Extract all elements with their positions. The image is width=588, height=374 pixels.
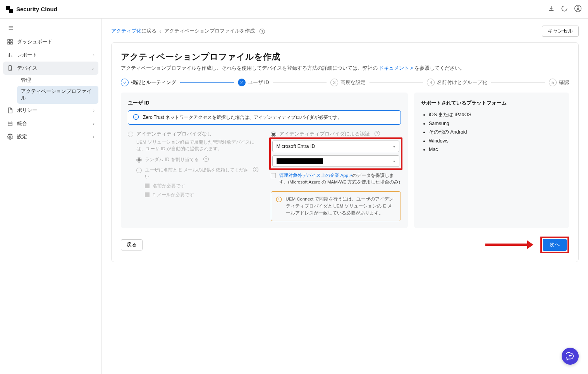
help-icon[interactable]: ? xyxy=(260,29,265,34)
app-header: Security Cloud xyxy=(0,0,588,19)
svg-rect-6 xyxy=(10,42,12,44)
radio-idp-auth: アイデンティティプロバイダによる認証? Microsoft Entra ID ▾… xyxy=(271,131,401,221)
svg-rect-4 xyxy=(10,39,12,41)
radio-no-idp: アイデンティティプロバイダなし UEM ソリューション経由で展開した管理対象デバ… xyxy=(128,131,258,221)
idp-select[interactable]: Microsoft Entra ID ▾ xyxy=(272,141,400,152)
back-button[interactable]: 戻る xyxy=(121,239,143,250)
sidebar-item-dashboard[interactable]: ダッシュボード xyxy=(3,35,98,48)
sidebar-item-integration[interactable]: 統合 › xyxy=(3,117,98,130)
highlight-idp-selects: Microsoft Entra ID ▾ ▾ xyxy=(269,137,403,170)
sidebar-item-report[interactable]: レポート › xyxy=(3,48,98,62)
breadcrumb-current: アクティベーションプロファイルを作成 xyxy=(164,28,255,34)
platforms-panel: サポートされているプラットフォーム iOS または iPadOS Samsung… xyxy=(414,93,569,228)
sidebar-label: アクティベーションプロファイル xyxy=(21,88,95,101)
checkbox-icon xyxy=(145,192,150,197)
help-icon: ? xyxy=(203,156,209,162)
stepper: 機能とルーティング 2ユーザ ID 3高度な設定 4名前付けとグループ化 5確認 xyxy=(121,79,569,86)
warning-icon xyxy=(276,196,282,217)
mamwe-link[interactable]: 管理対象外デバイス上の企業 App↗ xyxy=(279,173,352,178)
sidebar-label: 設定 xyxy=(17,133,27,140)
redacted-value xyxy=(277,158,323,164)
svg-rect-5 xyxy=(8,42,10,44)
app-title: Security Cloud xyxy=(16,6,57,12)
sidebar-label: ポリシー xyxy=(17,107,37,114)
svg-rect-3 xyxy=(8,39,10,41)
app-logo xyxy=(6,6,13,13)
chevron-down-icon: ▾ xyxy=(393,144,395,149)
header-actions xyxy=(548,5,582,14)
breadcrumb-back-suffix: に戻る xyxy=(141,28,156,34)
help-icon: ? xyxy=(253,167,258,172)
cancel-button[interactable]: キャンセル xyxy=(542,26,579,37)
subtitle-pre: アクティベーションプロファイルを作成し、それらを使用してデバイスを登録する方法の… xyxy=(121,65,378,71)
sidebar-label: 管理 xyxy=(21,77,31,84)
step-circle xyxy=(121,79,129,86)
step-2: 2ユーザ ID xyxy=(238,79,269,86)
platform-item: その他の Android xyxy=(429,128,562,137)
radio-icon xyxy=(128,132,133,137)
breadcrumb-back-link[interactable]: アクティブ化 xyxy=(111,28,141,34)
arrow-icon xyxy=(485,244,528,246)
checkbox-icon xyxy=(145,184,150,188)
sidebar: ダッシュボード レポート › デバイス ⌄ 管理 アクティベーションプロファイル… xyxy=(0,19,102,374)
step-5: 5確認 xyxy=(549,79,569,86)
step-3: 3高度な設定 xyxy=(330,79,366,86)
page-subtitle: アクティベーションプロファイルを作成し、それらを使用してデバイスを登録する方法の… xyxy=(121,65,569,72)
sidebar-item-settings[interactable]: 設定 › xyxy=(3,130,98,143)
integration-icon xyxy=(7,120,13,127)
docs-link[interactable]: ドキュメント↗ xyxy=(379,65,413,71)
chat-fab[interactable] xyxy=(562,348,579,365)
sidebar-label: レポート xyxy=(17,51,37,58)
chevron-right-icon: › xyxy=(93,134,95,139)
svg-point-8 xyxy=(9,136,11,137)
tenant-select[interactable]: ▾ xyxy=(272,155,400,167)
breadcrumb-separator: ‹ xyxy=(160,29,161,34)
sidebar-item-policy[interactable]: ポリシー › xyxy=(3,104,98,117)
info-banner: Zero Trust ネットワークアクセスを選択した場合は、アイデンティティプロ… xyxy=(128,110,401,125)
platform-item: Samsung xyxy=(429,119,562,128)
warning-box: UEM Connect で同期を行うには、ユーザのアイデンティティプロバイダと … xyxy=(271,191,401,221)
radio-icon xyxy=(136,168,142,173)
loading-icon[interactable] xyxy=(561,5,568,13)
highlight-next: 次へ xyxy=(540,237,569,253)
platform-item: Windows xyxy=(429,137,562,146)
user-icon[interactable] xyxy=(574,5,582,14)
radio-icon[interactable] xyxy=(271,132,276,137)
chevron-right-icon: › xyxy=(93,121,95,126)
external-link-icon: ↗ xyxy=(410,66,413,70)
sidebar-item-device[interactable]: デバイス ⌄ xyxy=(3,62,98,75)
page-title: アクティベーションプロファイルを作成 xyxy=(121,51,569,63)
external-link-icon: ↗ xyxy=(349,173,352,178)
platforms-list: iOS または iPadOS Samsung その他の Android Wind… xyxy=(429,110,562,154)
section-title-user-id: ユーザ ID xyxy=(128,100,401,106)
download-icon[interactable] xyxy=(548,5,555,13)
sidebar-sub-manage[interactable]: 管理 xyxy=(17,75,98,86)
device-icon xyxy=(7,65,13,71)
settings-icon xyxy=(7,134,13,140)
hamburger-icon[interactable] xyxy=(3,22,98,35)
platforms-title: サポートされているプラットフォーム xyxy=(421,100,562,106)
step-4: 4名前付けとグループ化 xyxy=(427,79,487,86)
report-icon xyxy=(7,52,13,58)
breadcrumb: アクティブ化に戻る ‹ アクティベーションプロファイルを作成 ? xyxy=(111,28,265,34)
sidebar-device-submenu: 管理 アクティベーションプロファイル xyxy=(3,75,98,104)
next-button[interactable]: 次へ xyxy=(543,239,567,251)
info-icon xyxy=(133,114,139,121)
sidebar-label: ダッシュボード xyxy=(17,38,52,45)
form-card: アクティベーションプロファイルを作成 アクティベーションプロファイルを作成し、そ… xyxy=(111,42,579,262)
checkbox[interactable] xyxy=(271,173,276,178)
sidebar-sub-activation-profile[interactable]: アクティベーションプロファイル xyxy=(17,86,98,104)
main-content: アクティブ化に戻る ‹ アクティベーションプロファイルを作成 ? キャンセル ア… xyxy=(102,19,588,374)
platform-item: Mac xyxy=(429,145,562,154)
help-icon[interactable]: ? xyxy=(375,131,380,136)
chevron-right-icon: › xyxy=(93,108,95,113)
svg-rect-7 xyxy=(9,65,12,70)
user-id-panel: ユーザ ID Zero Trust ネットワークアクセスを選択した場合は、アイデ… xyxy=(121,93,408,228)
subtitle-post: を参照してください。 xyxy=(414,65,465,71)
svg-point-0 xyxy=(562,6,567,11)
form-footer: 戻る 次へ xyxy=(121,237,569,253)
sidebar-label: 統合 xyxy=(17,120,27,127)
chevron-right-icon: › xyxy=(93,53,95,57)
svg-point-2 xyxy=(577,7,579,9)
chevron-down-icon: ▾ xyxy=(393,159,395,163)
